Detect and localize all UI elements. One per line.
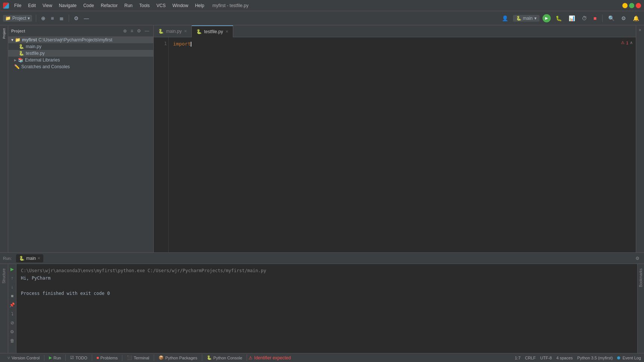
output-empty-line bbox=[21, 282, 633, 290]
problems-label: Problems bbox=[100, 356, 118, 360]
stop-run-button[interactable]: ■ bbox=[10, 292, 15, 300]
status-tab-python-packages[interactable]: 📦 Python Packages bbox=[154, 355, 202, 361]
run-configuration[interactable]: 🐍 main ▾ bbox=[513, 15, 540, 22]
stop-button[interactable]: ■ bbox=[592, 14, 598, 22]
run-icon: ▶ bbox=[49, 355, 52, 360]
project-panel-icon[interactable]: Project bbox=[1, 27, 7, 40]
keyword-import: import bbox=[173, 41, 191, 47]
status-tab-run[interactable]: ▶ Run bbox=[44, 355, 66, 361]
file-tree-header: Project ⊕ ≡ ⚙ — bbox=[8, 25, 153, 37]
file-tree-panel: Project ⊕ ≡ ⚙ — ▾ 📁 myfirst C:\Users\wjr… bbox=[8, 25, 154, 252]
run-button[interactable]: ▶ bbox=[543, 14, 551, 22]
tree-item-testfile-py[interactable]: 🐍 testfile.py bbox=[8, 50, 153, 57]
code-editor[interactable]: import bbox=[169, 37, 636, 252]
collapse-all-button[interactable]: ≡ bbox=[50, 14, 55, 22]
main-area: Project Project ⊕ ≡ ⚙ — ▾ 📁 myfirst C:\U… bbox=[0, 25, 644, 252]
scroll-up-button[interactable]: ↑ bbox=[10, 274, 15, 282]
locate-file-button[interactable]: ⊕ bbox=[40, 14, 47, 22]
line-ending[interactable]: CRLF bbox=[525, 356, 536, 360]
line-numbers: 1 bbox=[154, 37, 169, 252]
menu-vcs[interactable]: VCS bbox=[153, 2, 169, 9]
run-tab-main[interactable]: 🐍 main ✕ bbox=[16, 254, 43, 262]
terminal-label: Terminal bbox=[134, 356, 149, 360]
menu-run[interactable]: Run bbox=[121, 2, 135, 9]
tab-main-py[interactable]: 🐍 main.py ✕ bbox=[154, 25, 192, 37]
minimize-panel-button[interactable]: — bbox=[83, 14, 90, 22]
line-number-1: 1 bbox=[155, 40, 167, 47]
status-tab-python-console[interactable]: 🐍 Python Console bbox=[202, 355, 247, 361]
expand-all-button[interactable]: ≣ bbox=[58, 14, 65, 22]
bottom-content: Structure ▶ ↑ ↓ ■ 📌 ⤵ ⊘ ⚙ 🗑 C:\Users\wjr… bbox=[0, 264, 644, 353]
settings2-button[interactable]: ⚙ bbox=[619, 14, 628, 22]
chevron-down-icon: ▾ bbox=[28, 16, 30, 21]
wrap-output-button[interactable]: ⤵ bbox=[10, 310, 15, 318]
tab-testfile-py[interactable]: 🐍 testfile.py ✕ bbox=[192, 25, 233, 37]
run-tab-close[interactable]: ✕ bbox=[37, 256, 40, 260]
maximize-button[interactable] bbox=[629, 3, 634, 8]
run-output: C:\Users\wjr\anaconda3\envs\myfirst\pyth… bbox=[16, 264, 637, 353]
tab-py-icon-1: 🐍 bbox=[158, 29, 164, 34]
user-icon[interactable]: 👤 bbox=[500, 14, 510, 22]
pin-button[interactable]: 📌 bbox=[8, 301, 16, 309]
folder-icon: 📁 bbox=[5, 16, 11, 21]
python-version[interactable]: Python 3.5 (myfirst) bbox=[577, 356, 613, 360]
tree-minimize-btn[interactable]: — bbox=[144, 28, 150, 34]
tree-locate-btn[interactable]: ⊕ bbox=[122, 28, 128, 34]
structure-label[interactable]: Structure bbox=[1, 265, 7, 287]
tree-settings-btn[interactable]: ⚙ bbox=[136, 28, 142, 34]
title-bar: File Edit View Navigate Code Refactor Ru… bbox=[0, 0, 644, 11]
profile-button[interactable]: ⏱ bbox=[580, 14, 589, 22]
notifications-button[interactable]: 🔔 bbox=[631, 14, 641, 22]
tree-item-main-py[interactable]: 🐍 main.py bbox=[8, 43, 153, 50]
status-tab-todo[interactable]: ☑ TODO bbox=[66, 355, 92, 361]
tree-collapse-btn[interactable]: ≡ bbox=[129, 28, 134, 34]
tree-item-scratches[interactable]: ✏️ Scratches and Consoles bbox=[8, 63, 153, 70]
menu-tools[interactable]: Tools bbox=[136, 2, 153, 9]
status-tab-version-control[interactable]: ⑂ Version Control bbox=[3, 355, 44, 361]
tab-testfile-py-label: testfile.py bbox=[204, 29, 223, 34]
menu-file[interactable]: File bbox=[11, 2, 24, 9]
py-file-icon: 🐍 bbox=[19, 44, 24, 49]
encoding[interactable]: UTF-8 bbox=[540, 356, 552, 360]
menu-refactor[interactable]: Refactor bbox=[98, 2, 121, 9]
clear-output-button[interactable]: 🗑 bbox=[9, 337, 16, 344]
vcs-icon: ⑂ bbox=[7, 356, 10, 360]
status-tab-terminal[interactable]: ⬛ Terminal bbox=[122, 355, 154, 361]
status-tab-problems[interactable]: Problems bbox=[92, 355, 122, 361]
scroll-down-button[interactable]: ↓ bbox=[10, 283, 15, 291]
menu-edit[interactable]: Edit bbox=[25, 2, 39, 9]
tab-close-testfile[interactable]: ✕ bbox=[225, 29, 228, 34]
event-log[interactable]: Event Log bbox=[617, 356, 641, 360]
error-dot bbox=[97, 357, 99, 359]
tab-close-main[interactable]: ✕ bbox=[184, 29, 187, 33]
debug-button[interactable]: 🐛 bbox=[554, 14, 564, 22]
external-libs-label: External Libraries bbox=[25, 57, 60, 63]
menu-help[interactable]: Help bbox=[192, 2, 207, 9]
menu-code[interactable]: Code bbox=[80, 2, 97, 9]
right-sidebar-icon[interactable]: ≡ bbox=[638, 27, 643, 33]
settings-run-button[interactable]: ⚙ bbox=[9, 328, 15, 336]
search-button[interactable]: 🔍 bbox=[606, 14, 616, 22]
tree-item-external-libs[interactable]: ▸ 📚 External Libraries bbox=[8, 57, 153, 63]
minimize-button[interactable] bbox=[622, 3, 628, 8]
bookmarks-label[interactable]: Bookmarks bbox=[638, 265, 644, 290]
settings-gear-icon[interactable]: ⚙ bbox=[634, 255, 641, 262]
error-count: 1 bbox=[626, 41, 628, 45]
title-bar-left: File Edit View Navigate Code Refactor Ru… bbox=[3, 2, 248, 9]
close-button[interactable] bbox=[636, 3, 641, 8]
menu-view[interactable]: View bbox=[40, 2, 55, 9]
menu-window[interactable]: Window bbox=[169, 2, 191, 9]
bottom-panel-header: Run: 🐍 main ✕ ⚙ bbox=[0, 253, 644, 264]
indent-setting[interactable]: 4 spaces bbox=[556, 356, 573, 360]
tree-root-item[interactable]: ▾ 📁 myfirst C:\Users\wjr\PycharmProjects… bbox=[8, 37, 153, 43]
settings-button[interactable]: ⚙ bbox=[73, 14, 80, 22]
coverage-button[interactable]: 📊 bbox=[567, 14, 577, 22]
project-dropdown[interactable]: 📁 Project ▾ bbox=[3, 15, 32, 22]
rerun-button[interactable]: ▶ bbox=[9, 265, 15, 273]
bottom-left-actions: Structure bbox=[0, 264, 8, 353]
expand-errors-icon[interactable]: ∧ bbox=[630, 40, 633, 45]
filter-button[interactable]: ⊘ bbox=[9, 319, 15, 327]
menu-navigate[interactable]: Navigate bbox=[56, 2, 79, 9]
cursor-position[interactable]: 1:7 bbox=[515, 356, 520, 360]
status-bar-tabs: ⑂ Version Control ▶ Run ☑ TODO Problems … bbox=[3, 355, 247, 361]
